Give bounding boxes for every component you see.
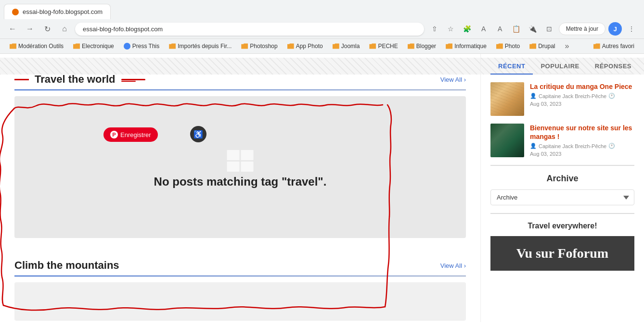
- bookmark-importes[interactable]: Importés depuis Fir...: [165, 41, 235, 51]
- bookmark-photo[interactable]: Photo: [492, 41, 524, 51]
- bookmark-label: Importés depuis Fir...: [178, 43, 232, 50]
- section2-content: [14, 282, 466, 321]
- menu-button[interactable]: ⋮: [625, 22, 638, 36]
- section-title-text: Travel the world: [35, 73, 116, 86]
- tab-favicon: [12, 9, 19, 15]
- archive-section: Archive Archive: [490, 165, 634, 205]
- section2-title-row: Climb the mountains View All ›: [14, 250, 466, 272]
- bookmark-app-photo[interactable]: App Photo: [283, 41, 327, 51]
- active-tab[interactable]: essai-blog-fofo.blogspot.com: [4, 4, 111, 19]
- folder-icon: [241, 43, 248, 50]
- translate-button[interactable]: A: [477, 22, 490, 36]
- window-placeholder: [227, 150, 254, 172]
- back-button[interactable]: ←: [6, 22, 19, 36]
- share-icon-button[interactable]: ♿: [190, 126, 206, 142]
- bookmark-peche[interactable]: PECHE: [365, 41, 401, 51]
- tab-reponses[interactable]: RÉPONSES: [587, 59, 639, 75]
- no-posts-message: No posts matching tag "travel".: [154, 175, 327, 188]
- update-button[interactable]: Mettre à jour: [559, 23, 605, 35]
- address-input[interactable]: [75, 23, 424, 36]
- bookmark-label: App Photo: [296, 43, 323, 50]
- pinterest-label: Enregistrer: [120, 131, 151, 138]
- profile-icon[interactable]: J: [608, 22, 622, 36]
- folder-icon: [287, 43, 294, 50]
- extensions-button[interactable]: 🔌: [526, 22, 540, 36]
- bookmark-drupal[interactable]: Drupal: [526, 41, 559, 51]
- post-area-wrapper: No posts matching tag "travel". P Enregi…: [14, 96, 466, 238]
- view-all-link2[interactable]: View All ›: [440, 262, 466, 269]
- section-mountains: Climb the mountains View All ›: [14, 250, 466, 321]
- section2-title-text: Climb the mountains: [14, 259, 119, 272]
- bookmark-electronique[interactable]: Electronique: [69, 41, 118, 51]
- section-travel: Travel the world View All ›: [14, 63, 466, 238]
- page-content: Travel the world View All ›: [0, 54, 644, 322]
- accessibility-icon: ♿: [193, 130, 203, 139]
- post-info-2: Bienvenue sur notre site sur les mangas …: [530, 124, 634, 157]
- extension-button[interactable]: 🧩: [461, 22, 474, 36]
- clock-icon: 🕐: [608, 93, 615, 99]
- archive-title: Archive: [490, 174, 634, 184]
- window-pane-tr: [241, 150, 254, 160]
- more-bookmarks-button[interactable]: »: [563, 41, 571, 51]
- post-title-1[interactable]: La critique du manga One Piece: [530, 82, 634, 91]
- folder-icon: [446, 43, 452, 50]
- folder-icon: [496, 43, 503, 50]
- view-all-link[interactable]: View All ›: [440, 76, 466, 83]
- bookmark-informatique[interactable]: Informatique: [442, 41, 490, 51]
- section-divider: [14, 89, 466, 90]
- forward-button[interactable]: →: [23, 22, 37, 36]
- foforum-banner: Vu sur Foforum: [490, 236, 634, 271]
- section-title: Travel the world: [14, 73, 145, 86]
- bookmark-label: Informatique: [454, 43, 487, 50]
- bookmark-moderation[interactable]: Modération Outils: [6, 41, 67, 51]
- archive-dropdown[interactable]: Archive: [490, 189, 634, 205]
- post-item-2: Bienvenue sur notre site sur les mangas …: [490, 124, 634, 157]
- folder-icon: [369, 43, 376, 50]
- post-info-1: La critique du manga One Piece 👤 Capitai…: [530, 82, 634, 116]
- window-icon: [227, 150, 254, 172]
- share-button[interactable]: ⇧: [428, 22, 441, 36]
- folder-icon: [169, 43, 176, 50]
- sidebar: RÉCENT POPULAIRE RÉPONSES La critique du…: [480, 54, 644, 322]
- reload-button[interactable]: ↻: [40, 22, 54, 36]
- post-author-1: Capitaine Jack Breizh-Pêche: [539, 93, 606, 99]
- folder-icon: [408, 43, 414, 50]
- sidebar-button[interactable]: ⊡: [542, 22, 556, 36]
- address-bar-row: ← → ↻ ⌂ ⇧ ☆ 🧩 A A 📋 🔌 ⊡ Mettre à jour J …: [0, 19, 644, 38]
- post-area: No posts matching tag "travel". P Enregi…: [14, 96, 466, 238]
- folder-icon: [593, 43, 600, 50]
- bookmark-label: Blogger: [416, 43, 436, 50]
- post-meta-2: 👤 Capitaine Jack Breizh-Pêche 🕐 Aug 03, …: [530, 143, 634, 157]
- post-date-1: Aug 03, 2023: [530, 101, 561, 107]
- pinterest-icon: P: [110, 131, 118, 138]
- bookmark-joomla[interactable]: Joomla: [329, 41, 364, 51]
- folder-icon: [529, 43, 536, 50]
- star-button[interactable]: ☆: [444, 22, 458, 36]
- post-author-2: Capitaine Jack Breizh-Pêche: [539, 143, 606, 149]
- sidebar-tabs: RÉCENT POPULAIRE RÉPONSES: [490, 59, 634, 75]
- clock-icon-2: 🕐: [608, 143, 615, 149]
- folder-icon: [333, 43, 339, 50]
- tab-populaire[interactable]: POPULAIRE: [533, 59, 587, 75]
- post-item-1: La critique du manga One Piece 👤 Capitai…: [490, 82, 634, 116]
- post-thumb-1: [490, 82, 524, 116]
- bookmark-blogger[interactable]: Blogger: [404, 41, 440, 51]
- bookmark-photoshop[interactable]: Photoshop: [237, 41, 281, 51]
- bookmark-label: PECHE: [378, 43, 398, 50]
- other-bookmarks[interactable]: Autres favori: [590, 41, 638, 51]
- section2-divider: [14, 276, 466, 276]
- readinglist-button[interactable]: 📋: [510, 22, 523, 36]
- home-button[interactable]: ⌂: [58, 22, 71, 36]
- tab-title: essai-blog-fofo.blogspot.com: [23, 8, 103, 15]
- author-icon: 👤: [530, 93, 537, 99]
- bookmark-press-this[interactable]: Press This: [120, 41, 163, 51]
- tab-recent[interactable]: RÉCENT: [490, 59, 533, 75]
- browser-chrome: essai-blog-fofo.blogspot.com ← → ↻ ⌂ ⇧ ☆…: [0, 0, 644, 54]
- window-pane-tl: [227, 150, 240, 160]
- post-title-2[interactable]: Bienvenue sur notre site sur les mangas …: [530, 124, 634, 141]
- author-icon-2: 👤: [530, 143, 537, 149]
- pinterest-save-button[interactable]: P Enregistrer: [103, 127, 158, 142]
- bookmark-label: Electronique: [82, 43, 114, 50]
- bookmark-label: Press This: [132, 43, 159, 50]
- translate2-button[interactable]: A: [493, 22, 507, 36]
